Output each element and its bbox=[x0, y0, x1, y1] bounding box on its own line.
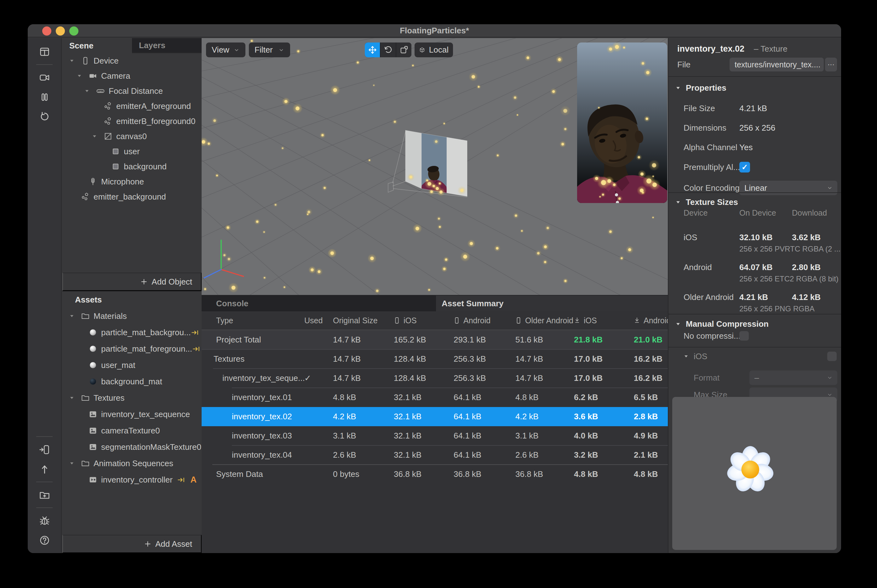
ios-compression-checkbox[interactable] bbox=[827, 352, 837, 361]
scale[interactable] bbox=[396, 42, 411, 57]
column-header[interactable]: Android bbox=[633, 311, 671, 330]
tab-scene[interactable]: Scene bbox=[62, 38, 132, 53]
simulator[interactable] bbox=[34, 87, 55, 107]
scene-tree-item[interactable]: Device bbox=[62, 53, 202, 68]
expand-arrow-icon[interactable] bbox=[69, 314, 74, 318]
asset-tree-item[interactable]: segmentationMaskTexture0 bbox=[62, 439, 202, 455]
help[interactable] bbox=[34, 530, 55, 550]
panels[interactable] bbox=[34, 42, 55, 62]
asset-summary-row[interactable]: inventory_tex.01 4.8 kB 32.1 kB 64.1 kB … bbox=[202, 388, 668, 407]
asset-tree-item[interactable]: inventory_tex_sequence bbox=[62, 406, 202, 422]
asset-tree-item[interactable]: user_mat bbox=[62, 357, 202, 374]
scene-tree-item[interactable]: user bbox=[62, 144, 202, 159]
inspector-panel: inventory_tex.02 – Texture File textures… bbox=[668, 38, 841, 553]
view-dropdown[interactable]: View bbox=[206, 42, 245, 57]
premultiply-checkbox[interactable] bbox=[739, 162, 750, 172]
scene-tree-item[interactable]: Microphone bbox=[62, 174, 202, 189]
asset-tree-item[interactable]: inventory_controller A bbox=[62, 471, 202, 488]
item-type-icon bbox=[88, 410, 98, 419]
asset-summary-row[interactable]: System Data 0 bytes 36.8 kB 36.8 kB 36.8… bbox=[202, 465, 668, 484]
record[interactable] bbox=[34, 68, 55, 87]
collapse-arrow-icon bbox=[675, 321, 681, 327]
publish[interactable] bbox=[34, 459, 55, 479]
chevron-down-icon bbox=[827, 375, 833, 381]
asset-tree-item[interactable]: particle_mat_backgrou... bbox=[62, 324, 202, 340]
filter-dropdown[interactable]: Filter bbox=[249, 42, 290, 57]
expand-arrow-icon[interactable] bbox=[69, 395, 74, 400]
color-encoding-select[interactable]: Linear bbox=[739, 181, 837, 195]
scene-tree-item[interactable]: canvas0 bbox=[62, 129, 202, 144]
tab-console[interactable]: Console bbox=[202, 296, 436, 311]
jump-to-icon[interactable] bbox=[191, 328, 199, 337]
cell-download-android: 4.9 kB bbox=[634, 426, 658, 446]
item-label: emitter_background bbox=[93, 192, 166, 202]
column-header[interactable]: iOS bbox=[393, 311, 417, 330]
cell-original-size: 4.8 kB bbox=[333, 388, 356, 407]
no-compression-checkbox[interactable] bbox=[739, 331, 749, 340]
restart[interactable] bbox=[34, 107, 55, 126]
expand-arrow-icon[interactable] bbox=[92, 134, 97, 139]
local-space-button[interactable]: Local bbox=[415, 42, 453, 57]
tab-asset-summary[interactable]: Asset Summary bbox=[436, 296, 668, 311]
asset-summary-row[interactable]: inventory_tex.04 2.6 kB 32.1 kB 64.1 kB … bbox=[202, 446, 668, 465]
toolbar-icon bbox=[39, 464, 50, 475]
expand-arrow-icon[interactable] bbox=[69, 461, 74, 466]
toolbar-divider bbox=[36, 436, 53, 437]
cell-android: 293.1 kB bbox=[454, 330, 486, 350]
cell-download-ios: 21.8 kB bbox=[574, 330, 603, 350]
toolbar-icon bbox=[39, 444, 50, 456]
asset-tree-item[interactable]: background_mat bbox=[62, 374, 202, 390]
send-to-device[interactable] bbox=[34, 440, 55, 459]
scene-tree-item[interactable]: Camera bbox=[62, 68, 202, 83]
item-type-icon bbox=[88, 475, 98, 484]
asset-tree-item[interactable]: cameraTexture0 bbox=[62, 422, 202, 439]
asset-summary-row[interactable]: Project Total 14.7 kB 165.2 kB 293.1 kB … bbox=[202, 330, 668, 350]
asset-summary-row[interactable]: inventory_tex.03 3.1 kB 32.1 kB 64.1 kB … bbox=[202, 426, 668, 446]
column-header[interactable]: Used bbox=[304, 311, 323, 330]
add-folder[interactable] bbox=[34, 485, 55, 505]
scene-tree-item[interactable]: emitterA_foreground bbox=[62, 99, 202, 114]
column-header[interactable]: Type bbox=[216, 311, 233, 330]
texture-sizes-section-header[interactable]: Texture Sizes bbox=[675, 195, 738, 210]
viewport-3d[interactable]: View Filter bbox=[202, 38, 668, 295]
file-input[interactable]: textures/inventory_tex.... bbox=[730, 58, 824, 72]
asset-tree-item[interactable]: Textures bbox=[62, 390, 202, 406]
asset-tree-item[interactable]: Materials bbox=[62, 308, 202, 324]
column-header[interactable]: iOS bbox=[573, 311, 597, 330]
asset-summary-row[interactable]: inventory_tex_seque... ✓ 14.7 kB 128.4 k… bbox=[202, 369, 668, 388]
cell-android: 256.3 kB bbox=[454, 350, 486, 369]
cell-download-android: 6.5 kB bbox=[634, 388, 658, 407]
jump-to-icon[interactable] bbox=[192, 345, 201, 353]
scene-tree-item[interactable]: background bbox=[62, 159, 202, 174]
titlebar[interactable]: FloatingParticles* bbox=[28, 24, 841, 38]
file-browse-button[interactable]: ··· bbox=[825, 58, 837, 72]
asset-summary-row[interactable]: inventory_tex.02 4.2 kB 32.1 kB 64.1 kB … bbox=[202, 407, 668, 426]
format-select[interactable]: – bbox=[749, 370, 837, 385]
column-header[interactable]: Older Android bbox=[515, 311, 573, 330]
column-header[interactable]: Android bbox=[453, 311, 490, 330]
column-header-icon bbox=[573, 316, 581, 325]
move[interactable] bbox=[365, 42, 380, 57]
collapse-arrow-icon[interactable] bbox=[684, 354, 689, 359]
add-asset-button[interactable]: Add Asset bbox=[62, 535, 202, 553]
tab-layers[interactable]: Layers bbox=[132, 38, 202, 53]
properties-section-header[interactable]: Properties bbox=[675, 80, 727, 95]
add-object-button[interactable]: Add Object bbox=[62, 273, 202, 291]
expand-arrow-icon[interactable] bbox=[77, 74, 82, 78]
scene-tree-item[interactable]: emitter_background bbox=[62, 189, 202, 204]
asset-summary-row[interactable]: Textures 14.7 kB 128.4 kB 256.3 kB 14.7 … bbox=[202, 350, 668, 369]
column-header[interactable]: Original Size bbox=[333, 311, 378, 330]
scene-tree-item[interactable]: emitterB_foreground0 bbox=[62, 114, 202, 129]
jump-to-icon[interactable] bbox=[177, 476, 185, 484]
item-label: emitterB_foreground0 bbox=[116, 117, 195, 126]
chevron-down-icon bbox=[233, 47, 240, 53]
expand-arrow-icon[interactable] bbox=[69, 58, 74, 63]
scene-tree-item[interactable]: Focal Distance bbox=[62, 83, 202, 99]
item-label: Focal Distance bbox=[109, 86, 163, 96]
asset-tree-item[interactable]: Animation Sequences bbox=[62, 455, 202, 471]
rotate[interactable] bbox=[381, 42, 396, 57]
expand-arrow-icon[interactable] bbox=[84, 88, 89, 93]
asset-tree-item[interactable]: particle_mat_foregroun... bbox=[62, 340, 202, 357]
debug[interactable] bbox=[34, 511, 55, 530]
cell-type: System Data bbox=[216, 465, 263, 484]
